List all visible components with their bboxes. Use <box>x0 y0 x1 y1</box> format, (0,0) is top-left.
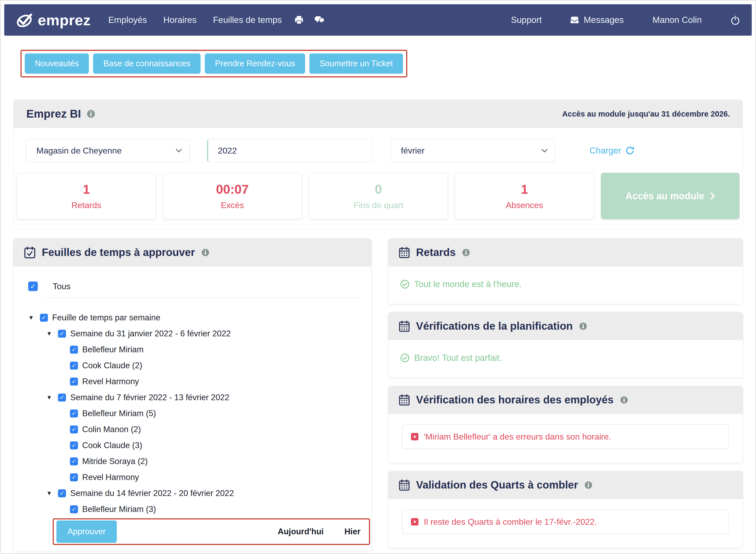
horaires-panel-header: Vérification des horaires des employés <box>388 386 743 414</box>
page: emprez Employés Horaires Feuilles de tem… <box>0 0 756 554</box>
tree-item: ✓ Revel Harmony <box>28 469 361 485</box>
calendar-icon <box>399 321 410 332</box>
select-all-label: Tous <box>53 281 71 291</box>
horaires-alert[interactable]: 'Miriam Bellefleur' a des erreurs dans s… <box>402 425 729 449</box>
stat-label: Excès <box>221 200 244 210</box>
tree-item-label: Semaine du 31 janvier 2022 - 6 février 2… <box>70 329 231 338</box>
stat-value: 1 <box>83 182 90 197</box>
retards-panel: Retards <box>388 238 743 304</box>
nav-icons <box>294 15 324 24</box>
info-icon[interactable] <box>201 248 209 257</box>
checkbox[interactable]: ✓ <box>40 314 48 322</box>
tree-item: ✓ Bellefleur Miriam (5) <box>28 405 361 422</box>
checkbox[interactable]: ✓ <box>70 474 78 481</box>
planification-message-text: Bravo! Tout est parfait. <box>414 353 502 363</box>
checkbox[interactable]: ✓ <box>58 489 66 497</box>
inbox-icon <box>570 16 579 24</box>
info-icon[interactable] <box>462 248 470 257</box>
checkbox[interactable]: ✓ <box>70 362 78 370</box>
nav-link-feuilles-de-temps[interactable]: Feuilles de temps <box>213 15 282 25</box>
calendar-check-icon <box>24 247 36 258</box>
tree-item: ▼ ✓ Semaine du 14 février 2022 - 20 févr… <box>28 485 361 501</box>
calendar-icon <box>399 247 410 258</box>
tree-item: ✓ Mitride Soraya (2) <box>28 453 361 469</box>
check-circle-icon <box>400 280 409 289</box>
bi-stats-row: 1 Retards 00:07 Excès 0 Fins de quart 1 … <box>17 173 740 219</box>
store-select[interactable]: Magasin de Cheyenne <box>26 139 190 162</box>
nav-user[interactable]: Manon Colin <box>652 15 702 25</box>
tree-item-label: Semaine du 7 février 2022 - 13 février 2… <box>70 393 229 402</box>
horaires-body: 'Miriam Bellefleur' a des erreurs dans s… <box>388 414 743 463</box>
stat-label: Absences <box>506 200 543 210</box>
approve-action-box: Approuver Aujourd'hui Hier <box>53 518 370 545</box>
chevron-down-icon <box>176 149 182 153</box>
checkbox[interactable]: ✓ <box>70 346 78 354</box>
nouveautes-button[interactable]: Nouveautés <box>25 53 89 74</box>
retards-message: Tout le monde est à l'heure. <box>388 266 743 304</box>
brand-name: emprez <box>38 11 91 29</box>
prendre-rendez-vous-button[interactable]: Prendre Rendez-vous <box>205 53 305 74</box>
checkbox[interactable]: ✓ <box>70 378 78 386</box>
tree-item: ▼ ✓ Feuille de temps par semaine <box>28 310 361 326</box>
stat-label: Retards <box>71 200 101 210</box>
nav-link-support[interactable]: Support <box>511 15 542 25</box>
checkbox[interactable]: ✓ <box>70 441 78 449</box>
tree-item: ▼ ✓ Semaine du 7 février 2022 - 13 févri… <box>28 390 361 405</box>
timesheets-panel-header: Feuilles de temps à approuver <box>13 239 371 266</box>
tree-item: ✓ Revel Harmony <box>28 374 361 390</box>
tree-item-label: Feuille de temps par semaine <box>52 313 160 323</box>
checkbox[interactable]: ✓ <box>58 330 66 338</box>
acces-au-module-button[interactable]: Accès au module <box>601 173 740 219</box>
quarts-body: Il reste des Quarts à combler le 17-févr… <box>388 499 743 548</box>
main-columns: Feuilles de temps à approuver ✓ Tous ▼ <box>13 238 743 552</box>
calendar-icon <box>399 394 410 405</box>
info-icon[interactable] <box>584 481 592 489</box>
soumettre-un-ticket-button[interactable]: Soumettre un Ticket <box>309 53 403 74</box>
timesheets-body: ✓ Tous ▼ ✓ Feuille de temps par semaine … <box>13 266 371 552</box>
hier-link[interactable]: Hier <box>345 527 360 537</box>
checkbox[interactable]: ✓ <box>70 505 78 513</box>
quarts-alert[interactable]: Il reste des Quarts à combler le 17-févr… <box>402 509 729 534</box>
quarts-panel-header: Validation des Quarts à combler <box>388 471 743 499</box>
caret-down-icon[interactable]: ▼ <box>46 490 54 497</box>
info-icon[interactable] <box>579 322 587 330</box>
stat-card-fins-de-quart: 0 Fins de quart <box>309 173 448 219</box>
power-icon[interactable] <box>731 15 740 25</box>
month-select[interactable]: février <box>391 139 556 162</box>
nav-link-employes[interactable]: Employés <box>108 15 147 25</box>
info-icon[interactable] <box>87 110 95 118</box>
stat-label: Fins de quart <box>354 200 403 210</box>
checkbox[interactable]: ✓ <box>70 409 78 418</box>
acces-au-module-label: Accès au module <box>625 190 704 202</box>
checkbox[interactable]: ✓ <box>70 457 78 465</box>
aujourdhui-link[interactable]: Aujourd'hui <box>278 527 324 537</box>
nav-messages[interactable]: Messages <box>570 15 624 25</box>
horaires-alert-text: 'Miriam Bellefleur' a des erreurs dans s… <box>424 432 611 442</box>
caret-down-icon[interactable]: ▼ <box>28 314 36 321</box>
tree-item: ✓ Colin Manon (2) <box>28 422 361 437</box>
base-de-connaissances-button[interactable]: Base de connaissances <box>93 53 200 74</box>
nav-link-horaires[interactable]: Horaires <box>163 15 196 25</box>
stat-value: 0 <box>375 182 382 197</box>
navbar: emprez Employés Horaires Feuilles de tem… <box>4 4 752 36</box>
caret-down-icon[interactable]: ▼ <box>46 330 54 337</box>
brand-logo[interactable]: emprez <box>16 11 91 29</box>
checkbox[interactable]: ✓ <box>58 394 66 401</box>
store-select-value: Magasin de Cheyenne <box>37 146 122 156</box>
chat-icon[interactable] <box>314 16 324 24</box>
stat-card-exces: 00:07 Excès <box>163 173 302 219</box>
info-icon[interactable] <box>620 396 628 404</box>
checkbox[interactable]: ✓ <box>70 426 78 434</box>
year-input[interactable] <box>207 139 372 162</box>
approuver-button[interactable]: Approuver <box>56 520 117 543</box>
module-access-note: Accès au module jusqu'au 31 décembre 202… <box>562 110 730 118</box>
tree-item: ✓ Cook Claude (2) <box>28 357 361 374</box>
print-icon[interactable] <box>294 15 303 24</box>
timesheets-panel: Feuilles de temps à approuver ✓ Tous ▼ <box>13 238 371 552</box>
planification-panel: Vérifications de la planification <box>388 312 743 378</box>
caret-down-icon[interactable]: ▼ <box>46 394 54 401</box>
select-all-checkbox[interactable]: ✓ <box>28 281 38 291</box>
refresh-icon <box>625 146 634 155</box>
navbar-right: Support Messages Manon Colin <box>511 15 740 25</box>
charger-link[interactable]: Charger <box>589 146 634 156</box>
